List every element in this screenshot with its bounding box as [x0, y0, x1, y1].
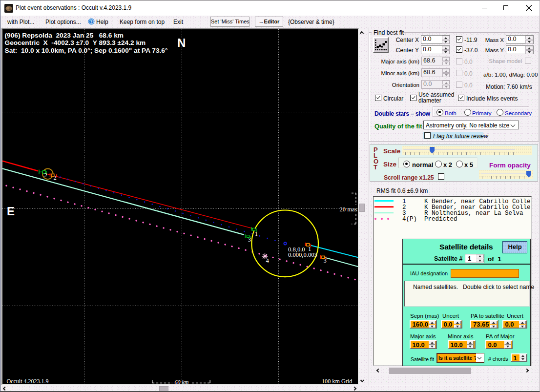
- svg-text:2: 2: [54, 174, 57, 181]
- svg-text:20 mas: 20 mas: [340, 206, 357, 213]
- svg-text:3: 3: [248, 236, 251, 243]
- svg-text:Sat: 10.0 x 10.0km, PA 0.0°;: Sat: 10.0 x 10.0km, PA 0.0°; Sep 0.1600"…: [5, 47, 168, 54]
- svg-text:2: 2: [44, 172, 47, 179]
- svg-text:4(P) Predicted: 4(P) Predicted: [402, 216, 457, 223]
- svg-text:?: ?: [90, 20, 93, 24]
- svg-text:E: E: [7, 205, 15, 218]
- svg-text:Geocentric X -4002.3 ±7.0 Y: Geocentric X -4002.3 ±7.0 Y 893.3 ±24.2 …: [5, 39, 146, 46]
- svg-text:0.000,0.003: 0.000,0.003: [288, 251, 317, 258]
- svg-text:1: 1: [308, 246, 311, 252]
- svg-text:100 km Grid: 100 km Grid: [322, 378, 352, 384]
- svg-text:3: 3: [324, 257, 327, 264]
- svg-text:1: 1: [255, 230, 258, 237]
- svg-text:Occult 4.2023.1.9: Occult 4.2023.1.9: [7, 378, 49, 385]
- svg-text:(906) Repsolda 2023 Jan 25: (906) Repsolda 2023 Jan 25 68.6 km: [5, 32, 124, 39]
- svg-text:60 km: 60 km: [175, 379, 189, 384]
- svg-text:4: 4: [266, 257, 270, 264]
- svg-text:N: N: [177, 36, 186, 49]
